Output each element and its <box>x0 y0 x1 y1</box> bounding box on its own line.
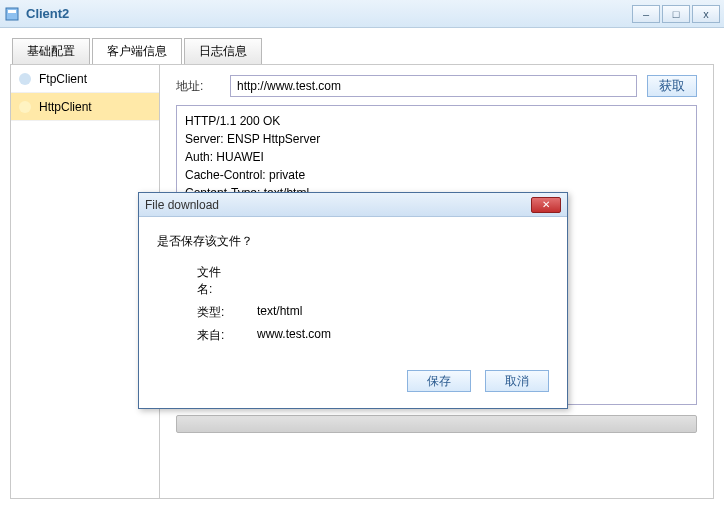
title-bar: Client2 – □ x <box>0 0 724 28</box>
close-icon: ✕ <box>542 199 550 210</box>
dialog-field-type: 类型: text/html <box>157 304 549 321</box>
dialog-field-from: 来自: www.test.com <box>157 327 549 344</box>
sidebar-item-label: FtpClient <box>39 72 87 86</box>
dialog-field-filename: 文件名: <box>157 264 549 298</box>
client-dot-icon <box>19 73 31 85</box>
fetch-button[interactable]: 获取 <box>647 75 697 97</box>
progress-bar <box>176 415 697 433</box>
svg-rect-1 <box>8 10 16 13</box>
dialog-title: File download <box>145 198 219 212</box>
type-label: 类型: <box>157 304 227 321</box>
dialog-body: 是否保存该文件？ 文件名: 类型: text/html 来自: www.test… <box>139 217 567 360</box>
sidebar-item-ftpclient[interactable]: FtpClient <box>11 65 159 93</box>
address-row: 地址: 获取 <box>176 75 697 97</box>
address-input[interactable] <box>230 75 637 97</box>
type-value: text/html <box>227 304 302 321</box>
from-label: 来自: <box>157 327 227 344</box>
app-icon <box>4 6 20 22</box>
sidebar-item-httpclient[interactable]: HttpClient <box>11 93 159 121</box>
close-button[interactable]: x <box>692 5 720 23</box>
window-controls: – □ x <box>630 5 720 23</box>
file-download-dialog: File download ✕ 是否保存该文件？ 文件名: 类型: text/h… <box>138 192 568 409</box>
filename-value <box>227 264 257 298</box>
tab-bar: 基础配置 客户端信息 日志信息 <box>0 28 724 64</box>
dialog-title-bar[interactable]: File download ✕ <box>139 193 567 217</box>
dialog-button-row: 保存 取消 <box>139 360 567 408</box>
client-dot-icon <box>19 101 31 113</box>
maximize-button[interactable]: □ <box>662 5 690 23</box>
tab-basic-config[interactable]: 基础配置 <box>12 38 90 64</box>
address-label: 地址: <box>176 78 230 95</box>
minimize-button[interactable]: – <box>632 5 660 23</box>
window-title: Client2 <box>26 6 69 21</box>
tab-log-info[interactable]: 日志信息 <box>184 38 262 64</box>
from-value: www.test.com <box>227 327 331 344</box>
filename-label: 文件名: <box>157 264 227 298</box>
tab-client-info[interactable]: 客户端信息 <box>92 38 182 64</box>
svg-rect-0 <box>6 8 18 20</box>
dialog-close-button[interactable]: ✕ <box>531 197 561 213</box>
sidebar-item-label: HttpClient <box>39 100 92 114</box>
cancel-button[interactable]: 取消 <box>485 370 549 392</box>
dialog-prompt: 是否保存该文件？ <box>157 233 549 250</box>
save-button[interactable]: 保存 <box>407 370 471 392</box>
